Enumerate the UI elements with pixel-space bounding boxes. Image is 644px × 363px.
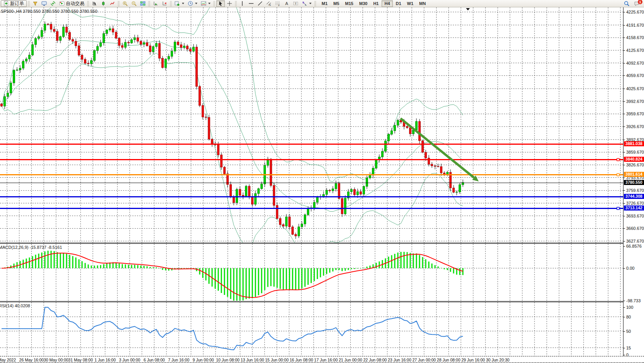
timeframe-mn[interactable]: MN — [416, 0, 428, 7]
time-tick-label: 30 Jun 20:30 — [486, 358, 510, 362]
templates-button[interactable] — [199, 0, 212, 7]
market-watch-icon — [41, 1, 47, 6]
price-tick-label: 4059.670 — [626, 73, 644, 78]
timeframe-group: M1M5M15M30H1H4D1W1MN — [319, 0, 428, 7]
signals-button[interactable] — [49, 0, 57, 7]
periods-button[interactable] — [186, 0, 199, 7]
periods-icon — [188, 1, 193, 6]
zoom-out-button[interactable] — [130, 0, 138, 7]
horizontal-line-button[interactable] — [247, 0, 255, 7]
main-price-pane[interactable]: SP500-,H4 3780.550 3780.550 3780.550 378… — [0, 7, 623, 243]
rsi-pane[interactable]: RSI(14) 40.0208 — [0, 302, 623, 356]
equidistant-channel-icon: E — [266, 1, 272, 6]
zoom-in-icon — [122, 1, 128, 6]
price-tick-label: 3992.670 — [626, 99, 644, 104]
text-icon: A — [284, 1, 289, 6]
crosshair-button[interactable] — [225, 0, 234, 7]
chart-shift-marker[interactable] — [466, 8, 470, 10]
line-chart-icon — [110, 1, 115, 6]
vertical-line-icon — [240, 1, 245, 6]
svg-text:E: E — [269, 4, 271, 6]
price-tick-label: 3627.670 — [626, 239, 644, 243]
text-label-icon: T — [293, 1, 298, 6]
macd-pane[interactable]: MACD(12,26,9) -15.8737 -8.5161 — [0, 244, 623, 301]
price-tag-3881.038: 3881.038 — [624, 141, 644, 146]
notification-badge: 1 — [638, 0, 642, 4]
macd-tick-label: 66.8576 — [626, 244, 642, 248]
price-tick-label: 3693.670 — [626, 214, 644, 218]
autotrading-icon — [59, 1, 65, 6]
time-tick-label: 31 May 08:00 — [68, 358, 93, 362]
time-tick-label: 26 May 16:00 — [19, 358, 44, 362]
time-tick-label: 7 Jun 16:00 — [168, 358, 189, 362]
cursor-button[interactable] — [216, 0, 225, 7]
trendline-icon — [257, 1, 263, 6]
timeframe-m15[interactable]: M15 — [343, 0, 356, 7]
tile-windows-button[interactable] — [139, 0, 147, 7]
price-tick-label: 4225.670 — [626, 10, 644, 14]
time-axis[interactable]: May 202226 May 16:0030 May 00:0031 May 0… — [0, 356, 644, 363]
price-tick-label: 3726.670 — [626, 201, 644, 205]
bar-chart-icon — [92, 1, 97, 6]
timeframe-w1[interactable]: W1 — [404, 0, 416, 7]
price-tick-label: 3959.670 — [626, 111, 644, 116]
market-watch-button[interactable] — [40, 0, 48, 7]
time-tick-label: 22 Jun 08:00 — [363, 358, 387, 362]
timeframe-m1[interactable]: M1 — [319, 0, 330, 7]
new-order-button[interactable]: 新订单 — [1, 0, 27, 7]
timeframe-h1[interactable]: H1 — [370, 0, 381, 7]
svg-text:A: A — [285, 1, 288, 6]
bar-chart-button[interactable] — [90, 0, 99, 7]
horizontal-line-icon — [248, 1, 254, 6]
time-tick-label: 27 Jun 00:00 — [412, 358, 436, 362]
toolbar-right: 1 — [622, 0, 643, 7]
search-button[interactable] — [622, 0, 631, 7]
new-order-label: 新订单 — [10, 0, 24, 7]
price-axis[interactable]: 4225.6704191.6704158.6704125.6704092.670… — [623, 7, 644, 356]
time-tick-label: 30 May 00:00 — [44, 358, 69, 362]
metaeditor-button[interactable] — [31, 0, 39, 7]
vertical-line-button[interactable] — [238, 0, 247, 7]
candlestick-chart-button[interactable] — [99, 0, 108, 7]
price-tick-label: 4125.670 — [626, 48, 644, 53]
candlestick-chart-icon — [101, 1, 106, 6]
trendline-button[interactable] — [256, 0, 264, 7]
macd-tick-label: -98.733 — [626, 298, 641, 303]
arrows-button[interactable] — [300, 0, 313, 7]
time-tick-label: 1 Jun 16:00 — [94, 358, 116, 362]
price-tag-3840.824: 3840.824 — [624, 157, 644, 162]
equidistant-channel-button[interactable]: E — [265, 0, 273, 7]
chart-shift-button[interactable] — [160, 0, 169, 7]
svg-text:T: T — [295, 2, 297, 5]
pane-separator[interactable] — [0, 243, 644, 244]
auto-scroll-button[interactable] — [151, 0, 160, 7]
cursor-icon — [218, 1, 223, 6]
text-label-button[interactable]: T — [291, 0, 300, 7]
search-icon — [624, 1, 629, 6]
timeframe-h4[interactable]: H4 — [382, 0, 392, 7]
time-tick-label: 13 Jun 16:00 — [241, 358, 264, 362]
price-tick-label: 4092.670 — [626, 61, 644, 65]
new-order-icon — [3, 1, 9, 6]
rsi-value: 40.0208 — [15, 303, 30, 308]
line-chart-button[interactable] — [108, 0, 116, 7]
time-tick-label: 16 Jun 08:00 — [289, 358, 313, 362]
rsi-tick-label: 80 — [626, 315, 631, 319]
autotrading-button[interactable]: 自动交易 — [58, 0, 86, 7]
text-button[interactable]: A — [283, 0, 291, 7]
timeframe-m30[interactable]: M30 — [356, 0, 370, 7]
indicators-button[interactable] — [173, 0, 186, 7]
tile-windows-icon — [140, 1, 146, 6]
templates-icon — [201, 1, 206, 6]
timeframe-m5[interactable]: M5 — [331, 0, 342, 7]
fibonacci-icon: F — [275, 1, 281, 6]
timeframe-d1[interactable]: D1 — [393, 0, 404, 7]
time-tick-label: 29 Jun 16:00 — [461, 358, 485, 362]
fibonacci-button[interactable]: F — [274, 0, 282, 7]
pane-separator[interactable] — [0, 301, 644, 302]
price-tick-label: 4158.670 — [626, 35, 644, 40]
rsi-tick-label: 15 — [626, 346, 631, 350]
main-toolbar: 新订单 自动交易 — [0, 0, 644, 7]
time-tick-label: 9 Jun 00:00 — [193, 358, 214, 362]
zoom-in-button[interactable] — [121, 0, 129, 7]
